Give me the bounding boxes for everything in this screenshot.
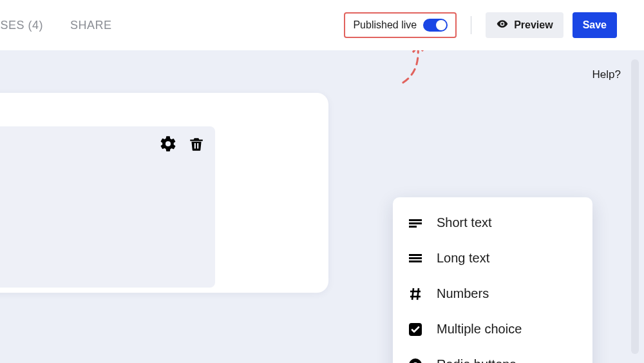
- editor-canvas: Help? Short text: [0, 50, 644, 363]
- field-type-radio-buttons[interactable]: Radio buttons: [393, 347, 592, 363]
- field-type-numbers[interactable]: Numbers: [393, 276, 592, 311]
- form-card: [0, 93, 328, 293]
- top-nav-left: PONSES (4) SHARE: [0, 10, 133, 40]
- svg-rect-0: [409, 219, 422, 221]
- scrollbar-track[interactable]: [631, 59, 639, 354]
- publish-label: Published live: [353, 19, 417, 31]
- toggle-knob: [436, 20, 446, 30]
- svg-rect-2: [409, 226, 417, 228]
- svg-rect-5: [409, 260, 422, 262]
- field-type-label: Multiple choice: [437, 322, 522, 337]
- tab-share[interactable]: SHARE: [70, 15, 112, 36]
- svg-line-8: [412, 288, 413, 300]
- publish-toggle-group: Published live: [344, 12, 457, 38]
- tab-responses[interactable]: PONSES (4): [0, 15, 43, 36]
- svg-rect-4: [409, 257, 422, 259]
- field-type-label: Short text: [437, 215, 492, 230]
- annotation-arrow: [398, 45, 437, 97]
- field-type-label: Radio buttons: [437, 357, 516, 363]
- publish-toggle[interactable]: [423, 19, 448, 32]
- radio-icon: [407, 357, 424, 364]
- long-text-icon: [407, 250, 424, 267]
- vertical-divider: [471, 16, 471, 34]
- short-text-icon: [407, 215, 424, 231]
- question-actions: [158, 134, 206, 153]
- preview-button[interactable]: Preview: [486, 12, 563, 38]
- svg-rect-1: [409, 222, 422, 224]
- trash-icon[interactable]: [187, 134, 206, 153]
- help-link[interactable]: Help?: [592, 68, 621, 81]
- top-bar: PONSES (4) SHARE Published live Preview …: [0, 0, 644, 50]
- svg-rect-3: [409, 254, 422, 256]
- svg-line-9: [417, 288, 419, 300]
- hash-icon: [407, 286, 424, 302]
- field-type-label: Numbers: [437, 286, 489, 301]
- eye-icon: [496, 17, 509, 33]
- save-button[interactable]: Save: [573, 12, 617, 38]
- field-type-label: Long text: [437, 251, 489, 266]
- field-type-long-text[interactable]: Long text: [393, 240, 592, 276]
- field-type-menu: Short text Long text Numbers Multiple ch…: [393, 197, 592, 363]
- preview-button-label: Preview: [514, 19, 553, 31]
- checkbox-icon: [407, 321, 424, 338]
- save-button-label: Save: [583, 19, 607, 31]
- question-block[interactable]: [0, 126, 215, 288]
- field-type-multiple-choice[interactable]: Multiple choice: [393, 311, 592, 347]
- top-nav-right: Published live Preview Save: [344, 0, 644, 50]
- field-type-short-text[interactable]: Short text: [393, 205, 592, 240]
- gear-icon[interactable]: [158, 134, 178, 153]
